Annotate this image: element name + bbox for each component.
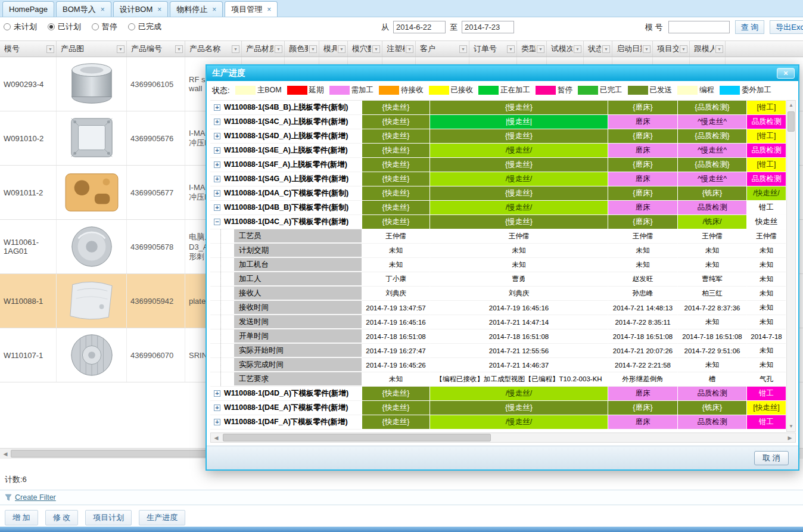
tab-close-icon[interactable]: × [157, 7, 161, 13]
process-cell[interactable]: /快走丝/ [746, 186, 786, 201]
expand-toggle-icon[interactable]: + [214, 405, 220, 411]
scroll-thumb[interactable] [223, 434, 491, 441]
process-cell[interactable]: {快走丝} [362, 158, 429, 172]
expand-toggle-icon[interactable]: + [214, 390, 220, 397]
process-cell[interactable]: {铣床} [677, 186, 746, 201]
process-row[interactable]: +W110088-1(S4C_A)上脱板零件(新增){快走丝}|慢走丝|磨床^慢… [210, 115, 786, 129]
tab-close-icon[interactable]: × [212, 7, 216, 13]
process-cell[interactable]: {磨床} [608, 158, 677, 172]
close-icon[interactable]: × [777, 68, 795, 79]
process-row[interactable]: +W110088-1(S4F_A)上脱板零件(新增){快走丝}{慢走丝}{磨床}… [210, 158, 786, 172]
column-header[interactable]: 客户▼ [416, 41, 469, 57]
process-row[interactable]: +W110088-1(D4E_A)下模板零件(新增){快走丝}{慢走丝}{磨床}… [210, 401, 786, 415]
cancel-button[interactable]: 取 消 [754, 451, 789, 465]
column-header[interactable]: 产品材质▼ [242, 41, 285, 57]
filter-dropdown-icon[interactable]: ▼ [680, 45, 687, 53]
footer-button[interactable]: 生产进度 [139, 510, 185, 525]
scroll-right-icon[interactable]: ▶ [785, 433, 795, 443]
filter-dropdown-icon[interactable]: ▼ [232, 45, 239, 53]
process-cell[interactable]: /慢走丝/ [429, 387, 608, 401]
expand-toggle-icon[interactable]: + [214, 190, 220, 197]
status-radio[interactable]: 未计划 [4, 21, 37, 32]
filter-dropdown-icon[interactable]: ▼ [275, 45, 282, 53]
expand-toggle-icon[interactable]: + [214, 204, 220, 211]
process-row[interactable]: +W110088-1(S4D_A)上脱板零件(新增){快走丝}{慢走丝}{磨床}… [210, 129, 786, 144]
column-header[interactable]: 模具寿命▼ [319, 41, 348, 57]
process-cell[interactable]: {快走丝} [362, 186, 429, 201]
process-cell[interactable]: {快走丝} [362, 115, 429, 129]
process-cell[interactable]: {磨床} [608, 186, 677, 201]
process-cell[interactable]: 磨床 [608, 201, 677, 215]
filter-dropdown-icon[interactable]: ▼ [372, 45, 380, 53]
process-cell[interactable]: {磨床} [608, 101, 677, 115]
process-cell[interactable]: [钳工] [746, 129, 786, 144]
column-header[interactable]: 模号▼ [0, 41, 57, 57]
process-cell[interactable]: {快走丝} [362, 401, 429, 415]
process-cell[interactable]: {慢走丝} [429, 401, 608, 415]
process-row[interactable]: +W110088-1(D4B_B)下模板零件(新制){快走丝}/慢走丝/磨床品质… [210, 201, 786, 215]
process-cell[interactable]: {慢走丝} [429, 215, 608, 229]
process-row[interactable]: +W110088-1(D4F_A)下模板零件(新增){快走丝}/慢走丝/磨床品质… [210, 415, 786, 430]
column-header[interactable]: 模穴数▼ [348, 41, 382, 57]
date-to-input[interactable] [462, 21, 514, 33]
expand-toggle-icon[interactable]: + [214, 161, 220, 168]
filter-dropdown-icon[interactable]: ▼ [507, 45, 515, 53]
process-cell[interactable]: {快走丝} [362, 201, 429, 215]
tab[interactable]: BOM导入× [56, 1, 111, 17]
tab[interactable]: HomePage [2, 1, 54, 17]
export-excel-button[interactable]: 导出Excel [770, 20, 803, 34]
scroll-left-icon[interactable]: ◀ [211, 433, 221, 443]
mould-no-input[interactable] [668, 21, 730, 33]
filter-dropdown-icon[interactable]: ▼ [406, 45, 413, 53]
process-cell[interactable]: {快走丝} [362, 101, 429, 115]
scroll-left-icon[interactable]: ◀ [1, 449, 10, 459]
column-header[interactable]: 注塑机▼ [382, 41, 416, 57]
column-header[interactable]: 订单号▼ [469, 41, 517, 57]
process-cell[interactable]: {慢走丝} [429, 158, 608, 172]
process-cell[interactable]: {磨床} [608, 215, 677, 229]
column-header[interactable]: 试模次数▼ [547, 41, 584, 57]
process-cell[interactable]: |慢走丝| [429, 115, 608, 129]
dialog-horizontal-scrollbar[interactable]: ◀ ▶ [210, 433, 796, 443]
process-cell[interactable]: {快走丝} [362, 144, 429, 158]
process-cell[interactable]: [快走丝] [746, 401, 786, 415]
column-header[interactable]: 产品图▼ [57, 41, 127, 57]
column-header[interactable]: 项目交期▼ [653, 41, 690, 57]
process-cell[interactable]: 品质检测 [677, 387, 746, 401]
column-header[interactable]: 产品编号▼ [127, 41, 185, 57]
process-cell[interactable]: 快走丝 [746, 215, 786, 229]
process-cell[interactable]: {快走丝} [362, 215, 429, 229]
scroll-thumb[interactable] [788, 111, 795, 132]
status-radio[interactable]: 暂停 [92, 21, 117, 32]
process-cell[interactable]: {品质检测} [677, 129, 746, 144]
process-row[interactable]: +W110088-1(S4E_A)上脱板零件(新增){快走丝}/慢走丝/磨床^慢… [210, 144, 786, 158]
expand-toggle-icon[interactable]: + [214, 419, 220, 425]
process-row[interactable]: +W110088-1(D4D_A)下模板零件(新增){快走丝}/慢走丝/磨床品质… [210, 387, 786, 401]
expand-toggle-icon[interactable]: + [214, 104, 220, 111]
process-cell[interactable]: /慢走丝/ [429, 415, 608, 430]
process-cell[interactable]: {快走丝} [362, 129, 429, 144]
query-button[interactable]: 查 询 [735, 20, 765, 34]
tab[interactable]: 项目管理× [225, 1, 278, 17]
process-cell[interactable]: 品质检测 [746, 144, 786, 158]
tab-close-icon[interactable]: × [267, 7, 271, 13]
column-header[interactable]: 状态▼ [584, 41, 612, 57]
process-cell[interactable]: /慢走丝/ [429, 144, 608, 158]
column-header[interactable]: 跟模人▼ [690, 41, 726, 57]
process-cell[interactable]: 钳工 [746, 415, 786, 430]
status-radio[interactable]: 已计划 [48, 21, 81, 32]
filter-dropdown-icon[interactable]: ▼ [338, 45, 346, 53]
process-cell[interactable]: [钳工] [746, 101, 786, 115]
tab-close-icon[interactable]: × [101, 7, 105, 13]
process-cell[interactable]: [钳工] [746, 158, 786, 172]
process-cell[interactable]: {慢走丝} [429, 186, 608, 201]
process-row[interactable]: +W110088-1(S4B_B)上脱板零件(新制){快走丝}{慢走丝}{磨床}… [210, 101, 786, 115]
filter-dropdown-icon[interactable]: ▼ [309, 45, 317, 53]
process-cell[interactable]: 钳工 [746, 201, 786, 215]
process-cell[interactable]: {快走丝} [362, 415, 429, 430]
filter-dropdown-icon[interactable]: ▼ [175, 45, 183, 53]
process-cell[interactable]: {快走丝} [362, 172, 429, 186]
expand-toggle-icon[interactable]: + [214, 119, 220, 125]
process-row[interactable]: +W110088-1(S4G_A)上脱板零件(新增){快走丝}/慢走丝/磨床^慢… [210, 172, 786, 186]
footer-button[interactable]: 修 改 [45, 510, 79, 525]
